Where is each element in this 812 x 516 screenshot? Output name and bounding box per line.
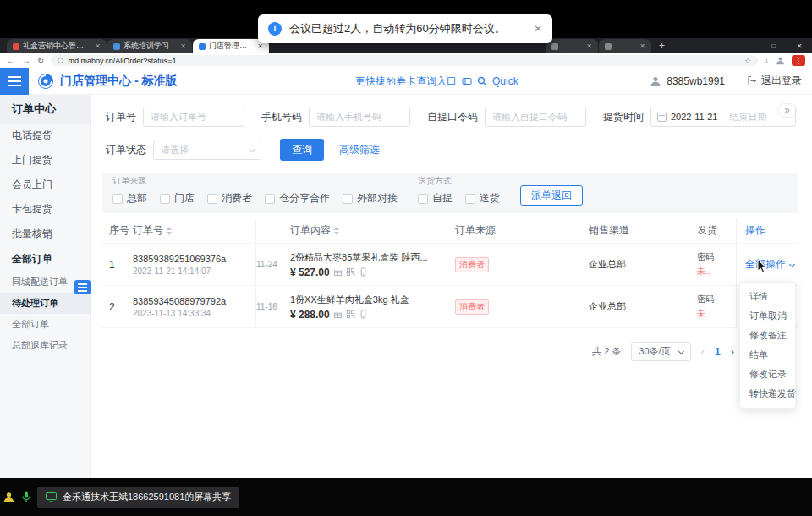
microphone-icon[interactable] <box>21 491 31 503</box>
screen-share-bar: 金禾通技术王斌18662591081的屏幕共享 <box>0 478 812 516</box>
date-start-value[interactable]: 2022-11-21 <box>671 112 717 122</box>
browser-update-menu-icon[interactable]: ⋮ <box>792 55 805 66</box>
search-icon[interactable] <box>477 76 487 86</box>
search-button[interactable]: 查询 <box>280 139 324 161</box>
header-order-no[interactable]: 订单号 <box>133 218 256 243</box>
order-status-select[interactable]: 请选择 <box>153 140 261 160</box>
tab-favicon <box>13 43 19 50</box>
checkbox-icon[interactable] <box>418 194 428 204</box>
chevron-down-icon <box>678 349 684 354</box>
forward-icon[interactable]: → <box>22 56 30 65</box>
order-content: 1份XX生鲜羊肉礼盒3kg 礼盒 <box>290 294 409 306</box>
checkbox-store[interactable]: 门店 <box>160 191 195 206</box>
per-page-select[interactable]: 30条/页 <box>631 342 690 361</box>
checkbox-icon[interactable] <box>265 194 275 204</box>
total-count-text: 共 2 条 <box>592 345 621 358</box>
current-page-button[interactable]: 1 <box>715 346 721 358</box>
menu-item-close-order[interactable]: 结单 <box>740 345 795 365</box>
ship-type: 密码 <box>697 294 714 305</box>
header-pickup <box>256 218 290 243</box>
date-end-placeholder[interactable]: 结束日期 <box>729 111 766 124</box>
address-bar[interactable]: md.maboy.cn/AllOrder?status=1 ☆ <box>51 55 758 66</box>
tab-close-icon[interactable]: ✕ <box>586 42 592 50</box>
filter-row-1: 订单号 手机号码 自提口令码 提货时间 2022-11-21 - 结束日期 <box>106 107 796 127</box>
logout-button[interactable]: 退出登录 <box>747 74 802 88</box>
menu-item-details[interactable]: 详情 <box>740 287 795 306</box>
checkbox-external[interactable]: 外部对接 <box>343 191 398 206</box>
checkbox-icon[interactable] <box>465 194 475 204</box>
checkbox-icon[interactable] <box>343 194 353 204</box>
checkbox-hq[interactable]: 总部 <box>112 191 147 206</box>
checkbox-consumer[interactable]: 消费者 <box>207 191 252 206</box>
sidebar-item-phone-pickup[interactable]: 电话提货 <box>0 124 90 148</box>
tab-close-icon[interactable]: ✕ <box>639 42 645 50</box>
all-actions-dropdown[interactable]: 全部操作 <box>736 244 798 285</box>
browser-tab-store-active[interactable]: 门店管理中心 ✕ <box>193 39 269 53</box>
pickup-code-input[interactable] <box>485 107 586 127</box>
order-time: 2023-11-21 14:14:07 <box>133 266 211 276</box>
checkbox-label: 送货 <box>480 191 500 206</box>
participant-icon[interactable] <box>3 491 15 503</box>
checkbox-self-pickup[interactable]: 自提 <box>418 191 453 206</box>
sidebar-item-pending-orders[interactable]: 待处理订单 <box>0 293 90 314</box>
menu-item-edit-note[interactable]: 修改备注 <box>740 326 795 345</box>
prev-page-button[interactable]: ‹ <box>701 345 705 358</box>
browser-tab-5[interactable]: ✕ <box>599 39 651 53</box>
sidebar-item-door-pickup[interactable]: 上门提货 <box>0 148 90 173</box>
checkbox-icon[interactable] <box>160 194 170 204</box>
quick-link[interactable]: Quick <box>492 75 518 87</box>
window-minimize-button[interactable]: — <box>736 38 761 53</box>
notification-close-icon[interactable]: ✕ <box>534 23 542 35</box>
sidebar-section-all-orders[interactable]: 全部订单 <box>0 246 90 272</box>
checkbox-delivery[interactable]: 送货 <box>465 191 500 206</box>
window-close-button[interactable]: ✕ <box>787 38 812 53</box>
browser-tab-training[interactable]: 系统培训学习 ✕ <box>107 39 192 53</box>
phone-input[interactable] <box>309 107 410 127</box>
hamburger-menu-icon[interactable] <box>0 68 29 95</box>
sidebar-float-menu-icon[interactable] <box>74 280 91 294</box>
profile-avatar-icon[interactable] <box>776 56 785 65</box>
reload-icon[interactable]: ↻ <box>37 56 44 65</box>
back-icon[interactable]: ← <box>7 56 15 65</box>
date-range-picker[interactable]: 2022-11-21 - 结束日期 <box>650 107 796 127</box>
tab-close-icon[interactable]: ✕ <box>180 42 186 50</box>
url-text: md.maboy.cn/AllOrder?status=1 <box>68 57 176 65</box>
window-maximize-button[interactable]: □ <box>761 38 787 53</box>
coupon-query-link[interactable]: 更快捷的券卡查询入口 <box>355 74 457 89</box>
order-no-input[interactable] <box>143 107 244 127</box>
browser-tab-giftbox[interactable]: 礼盒营销中心管理中心 ✕ <box>7 39 107 53</box>
menu-item-express-ship[interactable]: 转快递发货 <box>740 384 795 403</box>
table-row[interactable]: 1 83859389251069376a 2023-11-21 14:14:07… <box>102 244 798 286</box>
sidebar-item-hq-return-records[interactable]: 总部退库记录 <box>0 335 90 356</box>
bookmark-star-icon[interactable]: ☆ <box>744 57 751 65</box>
checkbox-warehouse-share[interactable]: 仓分享合作 <box>265 191 330 206</box>
header-label: 订单内容 <box>290 223 331 238</box>
order-content-cell: 1份XX生鲜羊肉礼盒3kg 礼盒 ¥ 288.00 <box>290 286 455 327</box>
chevron-down-icon <box>250 146 255 152</box>
new-tab-button[interactable]: + <box>659 40 665 52</box>
sidebar-item-all-orders[interactable]: 全部订单 <box>0 314 90 335</box>
checkbox-icon[interactable] <box>112 194 123 204</box>
qr-code-icon <box>346 310 355 319</box>
tab-close-icon[interactable]: ✕ <box>95 42 101 50</box>
table-row[interactable]: 2 83859345088979792a 2023-11-13 14:33:34… <box>102 286 798 328</box>
browser-tab-4[interactable]: ✕ <box>546 39 598 53</box>
download-icon[interactable]: ↓ <box>765 56 769 65</box>
advanced-filter-link[interactable]: 高级筛选 <box>339 143 380 157</box>
screen-share-pill[interactable]: 金禾通技术王斌18662591081的屏幕共享 <box>37 487 239 508</box>
sort-icon[interactable] <box>167 227 172 235</box>
window-controls: — □ ✕ <box>736 38 812 53</box>
menu-item-cancel-order[interactable]: 订单取消 <box>740 306 795 326</box>
sort-icon[interactable] <box>334 227 339 235</box>
sidebar-item-batch-verify[interactable]: 批量核销 <box>0 222 90 246</box>
sidebar-item-member-visit[interactable]: 会员上门 <box>0 173 90 197</box>
header-content[interactable]: 订单内容 <box>290 218 455 243</box>
order-no-cell: 83859345088979792a 2023-11-13 14:33:34 <box>133 286 256 327</box>
checkbox-icon[interactable] <box>207 194 217 204</box>
sidebar-item-card-pickup[interactable]: 卡包提货 <box>0 197 90 222</box>
tab-close-icon[interactable]: ✕ <box>257 42 263 50</box>
next-page-button[interactable]: › <box>731 345 734 358</box>
dispatch-return-button[interactable]: 派单退回 <box>520 185 583 206</box>
site-info-icon[interactable] <box>58 58 63 63</box>
menu-item-edit-history[interactable]: 修改记录 <box>740 365 795 384</box>
